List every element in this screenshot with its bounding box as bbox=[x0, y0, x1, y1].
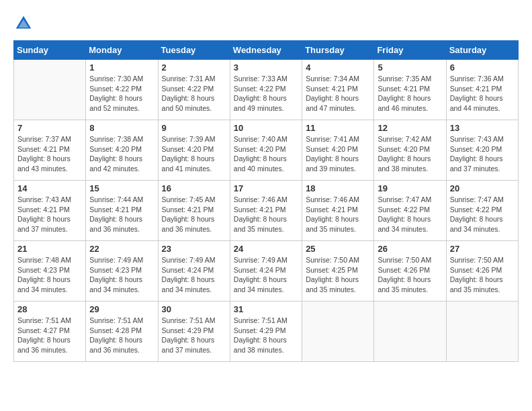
day-number: 22 bbox=[89, 244, 154, 254]
day-number: 19 bbox=[378, 183, 442, 193]
day-header-thursday: Thursday bbox=[302, 41, 374, 60]
day-info: Sunrise: 7:33 AMSunset: 4:22 PMDaylight:… bbox=[234, 74, 298, 113]
day-info: Sunrise: 7:49 AMSunset: 4:24 PMDaylight:… bbox=[162, 255, 226, 295]
day-cell-18: 18Sunrise: 7:46 AMSunset: 4:21 PMDayligh… bbox=[302, 181, 374, 241]
day-info: Sunrise: 7:37 AMSunset: 4:21 PMDaylight:… bbox=[17, 134, 82, 174]
day-info: Sunrise: 7:51 AMSunset: 4:29 PMDaylight:… bbox=[234, 316, 298, 355]
day-number: 21 bbox=[17, 244, 82, 254]
day-number: 2 bbox=[162, 62, 226, 73]
day-number: 24 bbox=[234, 244, 298, 254]
day-number: 28 bbox=[17, 304, 82, 314]
day-cell-12: 12Sunrise: 7:42 AMSunset: 4:20 PMDayligh… bbox=[374, 120, 446, 181]
day-info: Sunrise: 7:48 AMSunset: 4:23 PMDaylight:… bbox=[17, 255, 82, 295]
day-info: Sunrise: 7:47 AMSunset: 4:22 PMDaylight:… bbox=[378, 195, 442, 234]
week-row-1: 1Sunrise: 7:30 AMSunset: 4:22 PMDaylight… bbox=[14, 60, 519, 120]
day-number: 20 bbox=[450, 183, 515, 193]
day-info: Sunrise: 7:36 AMSunset: 4:21 PMDaylight:… bbox=[450, 74, 515, 113]
day-cell-17: 17Sunrise: 7:46 AMSunset: 4:21 PMDayligh… bbox=[230, 181, 302, 241]
day-cell-29: 29Sunrise: 7:51 AMSunset: 4:28 PMDayligh… bbox=[86, 302, 158, 362]
week-row-4: 21Sunrise: 7:48 AMSunset: 4:23 PMDayligh… bbox=[14, 241, 519, 302]
day-cell-11: 11Sunrise: 7:41 AMSunset: 4:20 PMDayligh… bbox=[302, 120, 374, 181]
day-header-friday: Friday bbox=[374, 41, 446, 60]
day-number: 15 bbox=[89, 183, 154, 193]
day-number: 1 bbox=[89, 62, 154, 73]
week-row-3: 14Sunrise: 7:43 AMSunset: 4:21 PMDayligh… bbox=[14, 181, 519, 241]
day-cell-14: 14Sunrise: 7:43 AMSunset: 4:21 PMDayligh… bbox=[14, 181, 86, 241]
day-cell-9: 9Sunrise: 7:39 AMSunset: 4:20 PMDaylight… bbox=[158, 120, 230, 181]
day-number: 8 bbox=[89, 123, 154, 133]
day-number: 10 bbox=[234, 123, 298, 133]
day-info: Sunrise: 7:44 AMSunset: 4:21 PMDaylight:… bbox=[89, 195, 154, 234]
day-cell-19: 19Sunrise: 7:47 AMSunset: 4:22 PMDayligh… bbox=[374, 181, 446, 241]
day-info: Sunrise: 7:51 AMSunset: 4:27 PMDaylight:… bbox=[17, 316, 82, 355]
empty-cell bbox=[14, 60, 86, 120]
day-header-sunday: Sunday bbox=[14, 41, 86, 60]
day-cell-8: 8Sunrise: 7:38 AMSunset: 4:20 PMDaylight… bbox=[86, 120, 158, 181]
day-cell-13: 13Sunrise: 7:43 AMSunset: 4:20 PMDayligh… bbox=[446, 120, 518, 181]
day-number: 31 bbox=[234, 304, 298, 314]
empty-cell bbox=[446, 302, 518, 362]
day-number: 7 bbox=[17, 123, 82, 133]
day-info: Sunrise: 7:43 AMSunset: 4:21 PMDaylight:… bbox=[17, 195, 82, 234]
day-header-saturday: Saturday bbox=[446, 41, 518, 60]
week-row-2: 7Sunrise: 7:37 AMSunset: 4:21 PMDaylight… bbox=[14, 120, 519, 181]
empty-cell bbox=[302, 302, 374, 362]
day-number: 18 bbox=[306, 183, 370, 193]
day-info: Sunrise: 7:35 AMSunset: 4:21 PMDaylight:… bbox=[378, 74, 442, 113]
day-number: 12 bbox=[378, 123, 442, 133]
logo-icon bbox=[13, 13, 34, 34]
day-info: Sunrise: 7:30 AMSunset: 4:22 PMDaylight:… bbox=[89, 74, 154, 113]
day-cell-5: 5Sunrise: 7:35 AMSunset: 4:21 PMDaylight… bbox=[374, 60, 446, 120]
day-info: Sunrise: 7:50 AMSunset: 4:26 PMDaylight:… bbox=[450, 255, 515, 295]
day-cell-20: 20Sunrise: 7:47 AMSunset: 4:22 PMDayligh… bbox=[446, 181, 518, 241]
empty-cell bbox=[374, 302, 446, 362]
calendar-table: SundayMondayTuesdayWednesdayThursdayFrid… bbox=[13, 40, 519, 362]
day-number: 23 bbox=[162, 244, 226, 254]
day-cell-3: 3Sunrise: 7:33 AMSunset: 4:22 PMDaylight… bbox=[230, 60, 302, 120]
day-info: Sunrise: 7:46 AMSunset: 4:21 PMDaylight:… bbox=[306, 195, 370, 234]
day-cell-24: 24Sunrise: 7:49 AMSunset: 4:24 PMDayligh… bbox=[230, 241, 302, 302]
day-cell-28: 28Sunrise: 7:51 AMSunset: 4:27 PMDayligh… bbox=[14, 302, 86, 362]
day-header-wednesday: Wednesday bbox=[230, 41, 302, 60]
header bbox=[13, 13, 519, 34]
day-cell-15: 15Sunrise: 7:44 AMSunset: 4:21 PMDayligh… bbox=[86, 181, 158, 241]
day-cell-16: 16Sunrise: 7:45 AMSunset: 4:21 PMDayligh… bbox=[158, 181, 230, 241]
day-info: Sunrise: 7:46 AMSunset: 4:21 PMDaylight:… bbox=[234, 195, 298, 234]
day-cell-31: 31Sunrise: 7:51 AMSunset: 4:29 PMDayligh… bbox=[230, 302, 302, 362]
day-number: 17 bbox=[234, 183, 298, 193]
day-info: Sunrise: 7:40 AMSunset: 4:20 PMDaylight:… bbox=[234, 134, 298, 174]
day-cell-7: 7Sunrise: 7:37 AMSunset: 4:21 PMDaylight… bbox=[14, 120, 86, 181]
day-number: 11 bbox=[306, 123, 370, 133]
day-cell-27: 27Sunrise: 7:50 AMSunset: 4:26 PMDayligh… bbox=[446, 241, 518, 302]
day-info: Sunrise: 7:38 AMSunset: 4:20 PMDaylight:… bbox=[89, 134, 154, 174]
page-container: SundayMondayTuesdayWednesdayThursdayFrid… bbox=[13, 13, 519, 362]
day-number: 9 bbox=[162, 123, 226, 133]
day-cell-6: 6Sunrise: 7:36 AMSunset: 4:21 PMDaylight… bbox=[446, 60, 518, 120]
day-cell-26: 26Sunrise: 7:50 AMSunset: 4:26 PMDayligh… bbox=[374, 241, 446, 302]
calendar-header-row: SundayMondayTuesdayWednesdayThursdayFrid… bbox=[14, 41, 519, 60]
day-cell-23: 23Sunrise: 7:49 AMSunset: 4:24 PMDayligh… bbox=[158, 241, 230, 302]
day-info: Sunrise: 7:43 AMSunset: 4:20 PMDaylight:… bbox=[450, 134, 515, 174]
day-header-tuesday: Tuesday bbox=[158, 41, 230, 60]
day-cell-30: 30Sunrise: 7:51 AMSunset: 4:29 PMDayligh… bbox=[158, 302, 230, 362]
day-info: Sunrise: 7:51 AMSunset: 4:28 PMDaylight:… bbox=[89, 316, 154, 355]
day-info: Sunrise: 7:34 AMSunset: 4:21 PMDaylight:… bbox=[306, 74, 370, 113]
day-info: Sunrise: 7:41 AMSunset: 4:20 PMDaylight:… bbox=[306, 134, 370, 174]
day-info: Sunrise: 7:50 AMSunset: 4:25 PMDaylight:… bbox=[306, 255, 370, 295]
day-info: Sunrise: 7:45 AMSunset: 4:21 PMDaylight:… bbox=[162, 195, 226, 234]
day-info: Sunrise: 7:42 AMSunset: 4:20 PMDaylight:… bbox=[378, 134, 442, 174]
day-header-monday: Monday bbox=[86, 41, 158, 60]
day-number: 13 bbox=[450, 123, 515, 133]
day-info: Sunrise: 7:49 AMSunset: 4:24 PMDaylight:… bbox=[234, 255, 298, 295]
day-cell-4: 4Sunrise: 7:34 AMSunset: 4:21 PMDaylight… bbox=[302, 60, 374, 120]
day-number: 5 bbox=[378, 62, 442, 73]
day-info: Sunrise: 7:50 AMSunset: 4:26 PMDaylight:… bbox=[378, 255, 442, 295]
day-info: Sunrise: 7:31 AMSunset: 4:22 PMDaylight:… bbox=[162, 74, 226, 113]
day-info: Sunrise: 7:47 AMSunset: 4:22 PMDaylight:… bbox=[450, 195, 515, 234]
day-number: 26 bbox=[378, 244, 442, 254]
day-info: Sunrise: 7:39 AMSunset: 4:20 PMDaylight:… bbox=[162, 134, 226, 174]
day-number: 3 bbox=[234, 62, 298, 73]
day-number: 30 bbox=[162, 304, 226, 314]
day-cell-10: 10Sunrise: 7:40 AMSunset: 4:20 PMDayligh… bbox=[230, 120, 302, 181]
day-number: 25 bbox=[306, 244, 370, 254]
